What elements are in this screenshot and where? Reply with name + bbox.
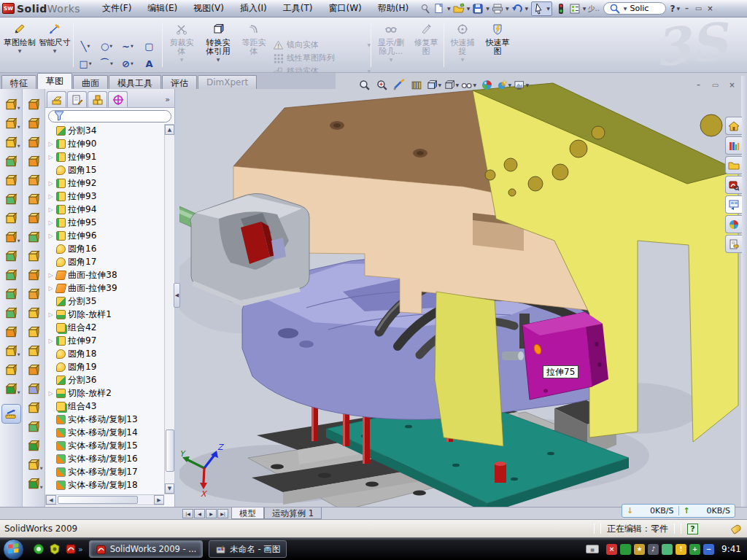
sketch-entity-icon-5[interactable]: ⌒▼ <box>96 55 117 72</box>
sketch-entity-icon-2[interactable]: ~▼ <box>117 37 139 55</box>
tab-DimXpert[interactable]: DimXpert <box>198 75 257 89</box>
revolved-boss-icon[interactable]: ▼ <box>4 115 19 131</box>
menu-帮助(H)[interactable]: 帮助(H) <box>378 2 409 15</box>
quick-launch-chevron[interactable]: » <box>78 545 83 554</box>
dropdown-arrow-icon[interactable]: ▼ <box>525 6 529 11</box>
doc-tab-运动算例 1[interactable]: 运动算例 1 <box>264 508 322 519</box>
tree-item[interactable]: 圆角15 <box>47 163 164 176</box>
tree-item[interactable]: ▷拉伸92 <box>47 176 164 190</box>
tree-item[interactable]: ▷拉伸90 <box>47 137 164 150</box>
tree-item[interactable]: 实体-移动/复制14 <box>47 426 164 439</box>
expand-arrow-icon[interactable]: ▷ <box>47 233 54 239</box>
curve-icon[interactable]: ▼ <box>26 475 42 491</box>
smart-dimension-button[interactable]: 智能尺寸▼ <box>38 20 71 71</box>
dropdown-arrow-icon[interactable]: ▼ <box>467 6 471 11</box>
trim-entities-button[interactable]: 剪裁实 体▼ <box>165 20 198 71</box>
custom-properties-tab[interactable] <box>725 235 742 253</box>
design-library-tab[interactable] <box>725 136 742 155</box>
minimize-button[interactable]: – <box>681 4 692 14</box>
boss-icon[interactable] <box>26 438 42 453</box>
linear-pattern-icon[interactable]: ▼ <box>4 229 19 244</box>
menu-编辑(E)[interactable]: 编辑(E) <box>147 2 177 15</box>
messenger-icon[interactable] <box>33 543 44 555</box>
offset-entities-button[interactable]: 等距实 体 <box>238 20 270 71</box>
menu-窗口(W)[interactable]: 窗口(W) <box>328 2 361 15</box>
menu-文件(F)[interactable]: 文件(F) <box>102 2 131 15</box>
taskbar-button[interactable]: 未命名 - 画图 <box>209 540 287 558</box>
expand-arrow-icon[interactable]: ▷ <box>47 154 54 160</box>
view-orientation-icon[interactable]: ▼ <box>426 77 442 92</box>
doc-restore-button[interactable]: ▭ <box>710 79 721 90</box>
antivirus-icon[interactable] <box>49 543 61 555</box>
thicken-icon[interactable] <box>26 305 42 320</box>
tree-item[interactable]: ▷拉伸93 <box>47 190 164 203</box>
ribbon-list-item[interactable]: 线性草图阵列 <box>273 52 371 63</box>
tray-icon-3[interactable]: ♪ <box>648 544 659 555</box>
sketch-entity-icon-0[interactable]: ╲▼ <box>75 37 96 55</box>
delete-face-icon[interactable] <box>26 362 42 377</box>
tray-icon-4[interactable] <box>662 544 673 555</box>
expand-arrow-icon[interactable]: ▷ <box>47 285 54 292</box>
tray-icon-7[interactable]: − <box>703 544 714 555</box>
tray-icon-2[interactable]: ★ <box>634 544 645 555</box>
tab-scroll-button[interactable]: ◀ <box>194 509 205 518</box>
doc-close-button[interactable]: × <box>727 79 738 90</box>
save-icon[interactable] <box>471 2 484 15</box>
sketch-button[interactable]: 草图绘制▼ <box>3 20 36 71</box>
options-list-icon[interactable] <box>568 2 581 15</box>
tree-tabs-chevron[interactable]: » <box>165 95 173 107</box>
view-settings-icon[interactable]: ▼ <box>514 77 530 92</box>
start-button[interactable] <box>3 539 24 560</box>
sketch-entity-icon-4[interactable]: □▼ <box>75 55 96 72</box>
appearances-scenes-tab[interactable] <box>725 215 742 233</box>
tree-item[interactable]: ▷曲面-拉伸38 <box>47 268 164 281</box>
tab-曲面[interactable]: 曲面 <box>73 75 108 89</box>
reference-icon[interactable]: ▼ <box>26 456 42 472</box>
swept-surface-icon[interactable] <box>26 134 42 149</box>
zoom-to-area-icon[interactable] <box>374 77 390 92</box>
restore-button[interactable]: ▭ <box>693 4 704 14</box>
ribbon-list-item[interactable]: 镜向实体▼ <box>273 39 371 50</box>
tree-vertical-scrollbar[interactable]: ▲ ▼ <box>164 124 175 494</box>
tray-icon-5[interactable]: ! <box>676 544 686 555</box>
tree-item[interactable]: 实体-移动/复制15 <box>47 439 164 452</box>
tab-特征[interactable]: 特征 <box>1 75 36 89</box>
menu-工具(T)[interactable]: 工具(T) <box>283 2 313 15</box>
revolved-surface-icon[interactable] <box>26 115 42 131</box>
convert-entities-button[interactable]: 转换实 体引用▼ <box>200 20 236 71</box>
expand-arrow-icon[interactable]: ▷ <box>47 272 54 279</box>
untrim-surface-icon[interactable] <box>26 286 42 301</box>
tree-item[interactable]: 圆角18 <box>47 347 164 360</box>
tree-item[interactable]: 组合42 <box>47 321 164 334</box>
tab-scroll-button[interactable]: ▶ <box>206 509 217 518</box>
swept-boss-icon[interactable]: ▼ <box>4 134 19 149</box>
tab-评估[interactable]: 评估 <box>162 75 197 89</box>
lofted-boss-icon[interactable] <box>4 153 19 168</box>
solidworks-search-tab[interactable] <box>725 176 742 194</box>
tree-item[interactable]: ▷拉伸97 <box>47 334 164 347</box>
sketch-entity-icon-3[interactable]: ▢ <box>139 37 160 55</box>
tree-item[interactable]: ▷拉伸96 <box>47 229 164 242</box>
tray-icon-1[interactable] <box>620 544 631 555</box>
menu-视图(V)[interactable]: 视图(V) <box>193 2 224 15</box>
file-explorer-tab[interactable] <box>725 156 742 174</box>
quick-tips-icon[interactable]: ? <box>687 524 698 534</box>
tree-item[interactable]: 实体-移动/复制16 <box>47 452 164 465</box>
expand-arrow-icon[interactable]: ▷ <box>47 219 54 226</box>
swept-cut-icon[interactable] <box>4 248 19 263</box>
split-icon[interactable] <box>26 400 42 415</box>
sketch-entity-icon-7[interactable]: A <box>139 55 160 72</box>
split-line-icon[interactable] <box>26 324 42 339</box>
view-palette-tab[interactable] <box>725 195 742 214</box>
tree-item[interactable]: ▷拉伸91 <box>47 150 164 163</box>
lofted-surface-icon[interactable] <box>26 153 42 168</box>
tree-item[interactable]: ▷切除-放样2 <box>47 386 164 400</box>
doc-minimize-button[interactable]: – <box>693 79 704 90</box>
dropdown-arrow-icon[interactable]: ▼ <box>486 6 489 11</box>
extend-surface-icon[interactable] <box>26 229 42 244</box>
expand-arrow-icon[interactable]: ▷ <box>47 193 54 200</box>
print-icon[interactable] <box>491 2 504 15</box>
expand-arrow-icon[interactable]: ▷ <box>47 141 54 147</box>
menu-插入(I)[interactable]: 插入(I) <box>240 2 267 15</box>
tab-模具工具[interactable]: 模具工具 <box>109 75 161 89</box>
